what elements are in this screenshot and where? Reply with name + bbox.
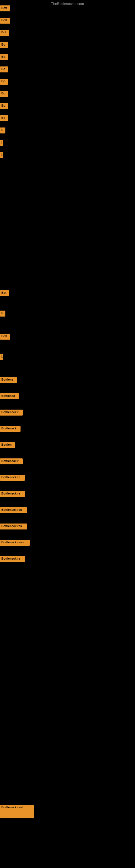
list-item[interactable]: Bol [0,30,9,36]
list-item[interactable]: Bottleneck [0,426,20,432]
list-item[interactable]: E [0,127,5,133]
list-item[interactable]: Bottleneck r [0,410,23,415]
list-item[interactable]: | [0,354,3,360]
list-item[interactable]: E [0,311,5,316]
list-item[interactable]: Bo [0,66,8,72]
list-item[interactable]: Bottleneck rest [0,805,34,818]
list-item[interactable]: Bot [0,290,9,296]
list-item[interactable]: Bott [0,334,10,340]
list-item[interactable]: Bo [0,103,8,109]
list-item[interactable]: Bottlen [0,442,15,448]
site-title: TheBottlenecker.com [51,2,84,6]
list-item[interactable]: Bottleneck res [0,524,27,529]
list-item[interactable]: Bottleneck r [0,458,23,464]
list-item[interactable]: Bottlene [0,377,17,383]
list-item[interactable]: Bo [0,115,8,121]
list-item[interactable]: Bo [0,91,8,97]
list-item[interactable]: Bottleneck re [0,475,25,480]
list-item[interactable]: Bottleneck resu [0,540,30,546]
list-item[interactable]: Bott [0,18,10,24]
list-item[interactable]: Bottleneck re [0,491,25,497]
list-item[interactable]: | [0,152,3,158]
list-item[interactable]: Bottlenec [0,393,19,399]
list-item[interactable]: Bottleneck re [0,556,25,562]
list-item[interactable]: Bottleneck res [0,507,27,513]
list-item[interactable]: Bo [0,79,8,85]
list-item[interactable]: | [0,140,3,146]
list-item[interactable]: Bott [0,5,10,11]
list-item[interactable]: Bo [0,42,8,48]
list-item[interactable]: Bo [0,54,8,60]
